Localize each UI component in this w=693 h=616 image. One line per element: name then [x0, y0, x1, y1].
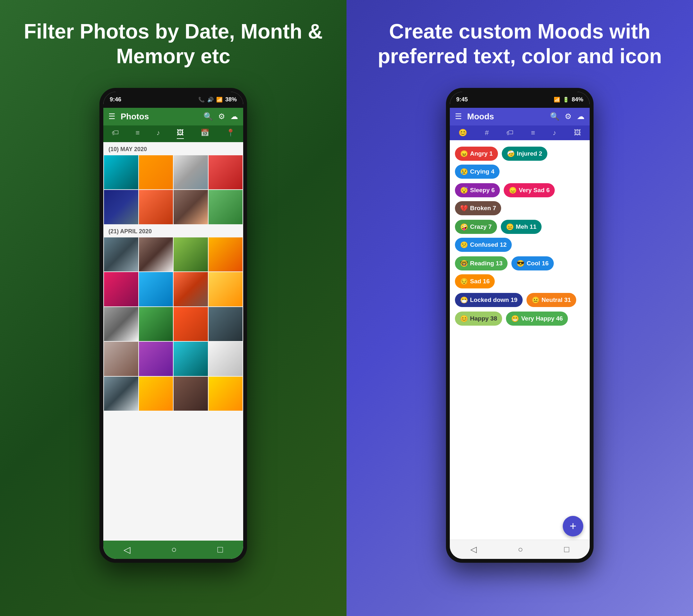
tab-calendar[interactable]: 📅	[200, 128, 209, 139]
photo-cell[interactable]	[174, 307, 208, 341]
photo-cell[interactable]	[209, 272, 243, 306]
photo-cell[interactable]	[209, 377, 243, 411]
moods-content: 😠 Angry 1 🤕 Injured 2 😢 Crying 4	[450, 140, 590, 540]
moods-upload-icon[interactable]: ☁	[577, 112, 585, 121]
moods-recent-button[interactable]: □	[564, 544, 569, 554]
photo-cell[interactable]	[174, 237, 208, 272]
photo-cell[interactable]	[139, 272, 173, 306]
photo-cell[interactable]	[209, 342, 243, 376]
upload-icon[interactable]: ☁	[230, 112, 238, 121]
tab-music[interactable]: ♪	[157, 128, 160, 139]
photo-cell[interactable]	[209, 237, 243, 272]
tab-mood-hash[interactable]: #	[485, 128, 489, 137]
add-mood-fab[interactable]: +	[563, 516, 583, 536]
moods-menu-icon[interactable]: ☰	[455, 112, 462, 121]
veryhappy-label: Very Happy 46	[521, 315, 563, 322]
home-button[interactable]: ○	[171, 544, 177, 555]
sleepy-label: Sleepy 6	[470, 187, 495, 194]
sad-label: Sad 16	[470, 278, 490, 285]
reading-emoji: 🤓	[460, 260, 468, 267]
veryhappy-emoji: 😁	[511, 315, 519, 322]
photos-title: Photos	[121, 112, 198, 122]
meh-emoji: 😑	[506, 223, 514, 231]
photo-cell[interactable]	[139, 342, 173, 376]
tab-photos[interactable]: 🖼	[177, 128, 184, 139]
photo-cell[interactable]	[139, 155, 173, 190]
tab-list[interactable]: ≡	[136, 128, 140, 139]
photo-cell[interactable]	[139, 307, 173, 341]
photo-cell[interactable]	[174, 342, 208, 376]
search-icon[interactable]: 🔍	[203, 112, 213, 121]
photo-cell[interactable]	[104, 307, 138, 341]
photo-cell[interactable]	[174, 272, 208, 306]
broken-label: Broken 7	[470, 205, 496, 212]
verysad-emoji: 😞	[509, 186, 517, 194]
meh-label: Meh 11	[516, 223, 536, 230]
back-button[interactable]: ◁	[123, 544, 131, 555]
mood-chip-reading[interactable]: 🤓 Reading 13	[455, 256, 508, 271]
tab-mood-tag[interactable]: 🏷	[506, 128, 513, 137]
april-2020-header: (21) APRIL 2020	[103, 224, 243, 237]
broken-emoji: 💔	[460, 204, 468, 212]
crying-label: Crying 4	[470, 168, 494, 175]
filter-icon[interactable]: ⚙	[218, 112, 225, 121]
photo-cell[interactable]	[104, 272, 138, 306]
fab-plus-icon: +	[570, 519, 576, 533]
moods-search-icon[interactable]: 🔍	[550, 112, 559, 121]
left-status-bar: 9:46 📞 🔊 📶 38%	[103, 92, 243, 108]
photos-tabs: 🏷 ≡ ♪ 🖼 📅 📍	[103, 125, 243, 142]
mood-chip-neutral[interactable]: 😐 Neutral 31	[527, 293, 576, 307]
photo-cell[interactable]	[104, 377, 138, 411]
mood-chip-broken[interactable]: 💔 Broken 7	[455, 201, 501, 215]
photo-cell[interactable]	[209, 155, 243, 190]
mood-chip-lockeddown[interactable]: 😷 Locked down 19	[455, 293, 523, 307]
verysad-label: Very Sad 6	[519, 187, 550, 194]
tab-location[interactable]: 📍	[226, 128, 235, 139]
right-status-icons: 📶 🔋 84%	[554, 96, 583, 103]
mood-chip-meh[interactable]: 😑 Meh 11	[501, 220, 541, 234]
photo-cell[interactable]	[209, 307, 243, 341]
menu-icon[interactable]: ☰	[108, 112, 116, 121]
photo-cell[interactable]	[139, 237, 173, 272]
photo-cell[interactable]	[174, 190, 208, 224]
photo-cell[interactable]	[104, 342, 138, 376]
moods-home-button[interactable]: ○	[518, 544, 523, 554]
mood-chip-crying[interactable]: 😢 Crying 4	[455, 164, 499, 179]
recent-button[interactable]: □	[218, 544, 223, 555]
mood-chip-cool[interactable]: 😎 Cool 16	[511, 256, 554, 271]
photo-cell[interactable]	[104, 155, 138, 190]
tab-mood-emoji[interactable]: 😊	[458, 128, 467, 137]
photo-cell[interactable]	[174, 155, 208, 190]
tab-mood-music[interactable]: ♪	[553, 128, 556, 137]
mood-chip-verysad[interactable]: 😞 Very Sad 6	[504, 183, 555, 197]
moods-bottom-nav: ◁ ○ □	[450, 540, 590, 559]
crying-emoji: 😢	[460, 168, 468, 176]
mood-chip-angry[interactable]: 😠 Angry 1	[455, 146, 498, 161]
photo-cell[interactable]	[104, 190, 138, 224]
mood-chip-veryhappy[interactable]: 😁 Very Happy 46	[506, 312, 568, 326]
tab-tag[interactable]: 🏷	[112, 128, 119, 139]
photo-cell[interactable]	[174, 377, 208, 411]
photo-cell[interactable]	[139, 190, 173, 224]
mood-chip-happy[interactable]: 😊 Happy 38	[455, 312, 502, 326]
mood-chip-sad[interactable]: 😔 Sad 16	[455, 274, 495, 289]
moods-back-button[interactable]: ◁	[470, 544, 477, 554]
moods-filter-icon[interactable]: ⚙	[565, 112, 572, 121]
photo-cell[interactable]	[209, 190, 243, 224]
tab-mood-photo[interactable]: 🖼	[574, 128, 581, 137]
happy-label: Happy 38	[470, 315, 497, 322]
mood-chip-injured[interactable]: 🤕 Injured 2	[502, 146, 547, 161]
mood-chip-sleepy[interactable]: 😴 Sleepy 6	[455, 183, 500, 197]
tab-mood-list[interactable]: ≡	[531, 128, 535, 137]
mood-chip-crazy[interactable]: 🤪 Crazy 7	[455, 220, 497, 234]
left-panel: Filter Photos by Date, Month & Memory et…	[0, 0, 346, 616]
moods-tabs: 😊 # 🏷 ≡ ♪ 🖼	[450, 125, 590, 140]
moods-title: Moods	[467, 112, 545, 122]
signal-icon: 📶	[216, 97, 223, 103]
mood-chip-confused[interactable]: 😕 Confused 12	[455, 238, 512, 252]
photo-cell[interactable]	[104, 237, 138, 272]
cool-label: Cool 16	[527, 260, 549, 267]
neutral-label: Neutral 31	[541, 296, 571, 303]
photo-cell[interactable]	[139, 377, 173, 411]
signal-icon: 📶	[554, 97, 560, 103]
